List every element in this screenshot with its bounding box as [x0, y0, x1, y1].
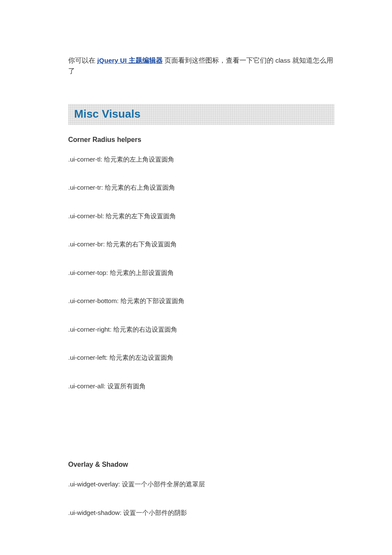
corner-radius-heading: Corner Radius helpers	[68, 136, 334, 144]
section-title: Misc Visuals	[74, 107, 329, 121]
section-title-box: Misc Visuals	[68, 104, 334, 125]
list-item: .ui-corner-all: 设置所有圆角	[68, 382, 334, 391]
list-item: .ui-corner-tl: 给元素的左上角设置圆角	[68, 155, 334, 165]
list-item: .ui-corner-right: 给元素的右边设置圆角	[68, 325, 334, 335]
intro-prefix: 你可以在	[68, 57, 97, 64]
list-item: .ui-corner-left: 给元素的左边设置圆角	[68, 353, 334, 363]
list-item: .ui-widget-shadow: 设置一个小部件的阴影	[68, 508, 334, 518]
list-item: .ui-corner-br: 给元素的右下角设置圆角	[68, 240, 334, 249]
overlay-shadow-heading: Overlay & Shadow	[68, 461, 334, 468]
list-item: .ui-widget-overlay: 设置一个小部件全屏的遮罩层	[68, 480, 334, 489]
intro-paragraph: 你可以在 jQuery UI 主题编辑器 页面看到这些图标，查看一下它们的 cl…	[68, 55, 334, 77]
list-item: .ui-corner-bl: 给元素的左下角设置圆角	[68, 211, 334, 221]
theme-editor-link[interactable]: jQuery UI 主题编辑器	[97, 57, 162, 64]
list-item: .ui-corner-bottom: 给元素的下部设置圆角	[68, 296, 334, 306]
list-item: .ui-corner-tr: 给元素的右上角设置圆角	[68, 183, 334, 193]
list-item: .ui-corner-top: 给元素的上部设置圆角	[68, 268, 334, 278]
